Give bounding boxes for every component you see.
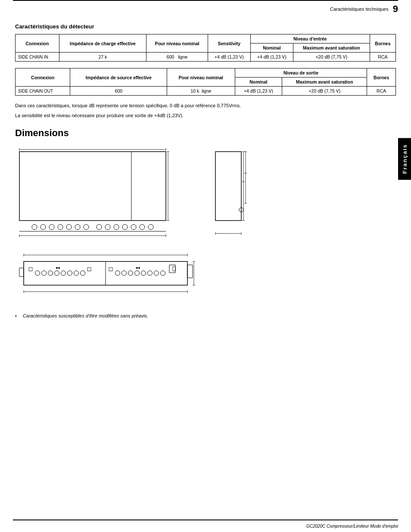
header-title: Caractéristiques techniques <box>330 6 389 12</box>
th-nominal: Nominal <box>250 44 293 53</box>
page-header-right: Caractéristiques techniques 9 <box>330 3 398 15</box>
svg-point-65 <box>161 271 165 276</box>
table2: Connexion Impédance de source effective … <box>15 68 396 96</box>
th-impedance: Impédance de charge effective <box>59 34 146 53</box>
main-content: Caractéristiques du détecteur Connexion … <box>0 15 411 520</box>
th2-bornes: Bornes <box>367 68 396 87</box>
th-max-avant-sat: Maximum avant saturation <box>293 44 370 53</box>
th-connexion: Connexion <box>16 34 59 53</box>
svg-point-16 <box>105 224 110 230</box>
side-view-diagram <box>209 147 256 242</box>
td2-pour-niveau: 10 k ligne <box>167 87 235 96</box>
section2-heading: Dimensions <box>15 128 396 139</box>
svg-point-19 <box>131 224 136 230</box>
table-row: SIDE CHAIN OUT 600 10 k ligne +4 dB (1,2… <box>16 87 396 96</box>
th-bornes: Bornes <box>370 34 395 53</box>
td2-nominal: +4 dB (1,23 V) <box>235 87 282 96</box>
td-bornes: RCA <box>370 53 395 62</box>
td2-bornes: RCA <box>367 87 396 96</box>
svg-rect-43 <box>187 265 193 278</box>
svg-point-66 <box>136 267 138 269</box>
svg-point-20 <box>140 224 145 230</box>
td-connexion: SIDE CHAIN IN <box>16 53 59 62</box>
svg-point-21 <box>148 224 153 230</box>
front-view-diagram <box>15 147 200 242</box>
svg-rect-57 <box>109 268 112 271</box>
th2-connexion: Connexion <box>16 68 70 87</box>
table1: Connexion Impédance de charge effective … <box>15 34 396 62</box>
svg-point-58 <box>115 271 120 276</box>
th2-impedance-source: Impédance de source effective <box>70 68 167 87</box>
svg-point-18 <box>122 224 128 230</box>
td-impedance: 27 k <box>59 53 146 62</box>
td-max-sat: +20 dB (7,75 V) <box>293 53 370 62</box>
svg-point-64 <box>154 271 159 276</box>
footnote-text: Caractéristiques susceptibles d'être mod… <box>23 313 148 318</box>
diagram-row-top <box>15 147 256 242</box>
note1: Dans ces caractéristiques, lorsque dB re… <box>15 102 396 109</box>
svg-point-67 <box>138 267 140 269</box>
svg-point-8 <box>32 224 37 230</box>
svg-rect-26 <box>215 152 241 221</box>
svg-point-12 <box>66 224 72 230</box>
th2-niveau-sortie: Niveau de sortie <box>235 68 367 78</box>
svg-point-46 <box>35 271 40 276</box>
svg-rect-42 <box>19 268 24 277</box>
th2-nominal: Nominal <box>235 78 282 87</box>
svg-point-48 <box>48 271 53 276</box>
svg-point-52 <box>74 271 79 276</box>
svg-point-60 <box>128 271 133 276</box>
svg-point-56 <box>58 267 60 269</box>
footnote-bullet: • <box>15 313 17 318</box>
svg-point-13 <box>75 224 80 230</box>
svg-point-53 <box>81 271 85 276</box>
top-bar: Caractéristiques techniques 9 <box>13 0 398 15</box>
svg-point-63 <box>148 271 153 276</box>
svg-rect-0 <box>19 152 166 221</box>
svg-point-59 <box>122 271 127 276</box>
sidebar-tab: Français <box>398 138 411 180</box>
th2-pour-niveau: Pour niveau nominal <box>167 68 235 87</box>
td-nominal: +4 dB (1,23 V) <box>250 53 293 62</box>
svg-point-11 <box>58 224 63 230</box>
td2-connexion: SIDE CHAIN OUT <box>16 87 70 96</box>
svg-rect-68 <box>169 265 175 273</box>
bottom-view-diagram <box>15 249 218 300</box>
td2-max-sat: +20 dB (7,75 V) <box>282 87 367 96</box>
svg-rect-45 <box>29 268 32 271</box>
section1-heading: Caractéristiques du détecteur <box>15 23 396 30</box>
table-row: SIDE CHAIN IN 27 k 600 ligne +4 dB (1,23… <box>16 53 396 62</box>
page-container: Caractéristiques techniques 9 Caractéris… <box>0 0 411 532</box>
svg-point-14 <box>84 224 89 230</box>
svg-point-62 <box>141 271 146 276</box>
footer-text: GC2020C Compresseur/Limiteur Mode d'empl… <box>306 524 398 529</box>
footnote-container: • Caractéristiques susceptibles d'être m… <box>15 313 396 318</box>
td2-impedance-source: 600 <box>70 87 167 96</box>
svg-point-50 <box>61 271 66 276</box>
svg-point-10 <box>49 224 54 230</box>
th2-max-avant-sat: Maximum avant saturation <box>282 78 367 87</box>
svg-point-9 <box>40 224 46 230</box>
svg-point-51 <box>68 271 72 276</box>
svg-point-61 <box>135 271 140 276</box>
svg-point-49 <box>55 271 59 276</box>
note2: La sensibilité est le niveau nécessaire … <box>15 112 396 119</box>
svg-point-15 <box>97 224 102 230</box>
td-sensitivity: +4 dB (1,23 V) <box>208 53 250 62</box>
th-pour-niveau: Pour niveau nominal <box>146 34 208 53</box>
th-niveau-entree: Niveau d'entrée <box>250 34 370 44</box>
svg-rect-69 <box>173 267 175 271</box>
svg-point-55 <box>56 267 58 269</box>
svg-rect-54 <box>87 268 91 271</box>
td-pour-niveau: 600 ligne <box>146 53 208 62</box>
svg-point-47 <box>42 271 47 276</box>
bottom-bar: GC2020C Compresseur/Limiteur Mode d'empl… <box>13 520 398 532</box>
dimensions-area <box>15 147 396 300</box>
svg-point-17 <box>114 224 119 230</box>
th-sensitivity: Sensitivity <box>208 34 250 53</box>
page-number: 9 <box>393 3 398 15</box>
